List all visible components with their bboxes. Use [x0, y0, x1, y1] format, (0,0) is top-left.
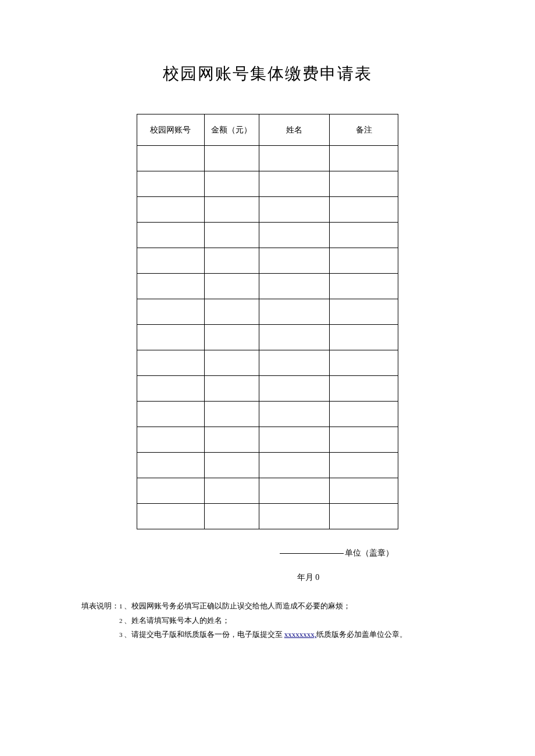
table-cell	[204, 248, 259, 274]
table-header-row: 校园网账号 金额（元） 姓名 备注	[137, 114, 398, 146]
table-cell	[330, 248, 398, 274]
table-cell	[204, 325, 259, 350]
table-row	[137, 197, 398, 223]
instruction-num-2: 2	[119, 614, 124, 628]
instructions: 填表说明： 1 、校园网账号务必填写正确以防止误交给他人而造成不必要的麻烦； 填…	[76, 599, 459, 642]
date-line: 年月 0	[137, 572, 398, 583]
table-cell	[259, 478, 330, 504]
table-cell	[330, 171, 398, 197]
table-cell	[259, 197, 330, 223]
table-cell	[259, 248, 330, 274]
table-row	[137, 350, 398, 376]
table-cell	[330, 325, 398, 350]
signature-label: 单位（盖章）	[345, 549, 394, 557]
table-cell	[204, 478, 259, 504]
table-row	[137, 504, 398, 529]
table-wrapper: 校园网账号 金额（元） 姓名 备注	[0, 114, 535, 529]
table-cell	[259, 299, 330, 325]
table-cell	[137, 402, 205, 427]
table-row	[137, 325, 398, 350]
table-cell	[259, 453, 330, 478]
table-cell	[330, 146, 398, 171]
table-cell	[330, 274, 398, 299]
table-row	[137, 427, 398, 453]
table-cell	[259, 325, 330, 350]
table-row	[137, 248, 398, 274]
table-cell	[330, 197, 398, 223]
signature-underline	[280, 553, 344, 554]
table-cell	[137, 350, 205, 376]
table-cell	[137, 248, 205, 274]
table-cell	[330, 376, 398, 402]
table-cell	[330, 478, 398, 504]
table-cell	[204, 171, 259, 197]
table-cell	[330, 350, 398, 376]
table-row	[137, 299, 398, 325]
table-cell	[137, 146, 205, 171]
header-name: 姓名	[259, 114, 330, 146]
table-cell	[137, 478, 205, 504]
instruction-row-1: 填表说明： 1 、校园网账号务必填写正确以防止误交给他人而造成不必要的麻烦；	[81, 599, 459, 614]
table-cell	[204, 274, 259, 299]
table-cell	[330, 223, 398, 248]
table-row	[137, 453, 398, 478]
table-cell	[137, 274, 205, 299]
signature-area: 单位（盖章） 年月 0	[137, 548, 398, 583]
table-cell	[204, 427, 259, 453]
table-row	[137, 376, 398, 402]
table-cell	[137, 376, 205, 402]
table-cell	[204, 223, 259, 248]
table-cell	[204, 350, 259, 376]
header-remark: 备注	[330, 114, 398, 146]
table-cell	[259, 402, 330, 427]
payment-table: 校园网账号 金额（元） 姓名 备注	[137, 114, 398, 529]
table-cell	[259, 376, 330, 402]
table-cell	[137, 504, 205, 529]
table-cell	[259, 171, 330, 197]
table-cell	[259, 504, 330, 529]
table-cell	[204, 299, 259, 325]
table-cell	[204, 402, 259, 427]
instruction-text-2: 、姓名请填写账号本人的姓名；	[124, 614, 230, 628]
table-cell	[259, 274, 330, 299]
table-cell	[259, 223, 330, 248]
table-cell	[204, 376, 259, 402]
table-cell	[204, 146, 259, 171]
table-cell	[330, 427, 398, 453]
table-row	[137, 223, 398, 248]
instruction-text-3-after: 纸质版务必加盖单位公章。	[316, 630, 407, 639]
table-cell	[204, 504, 259, 529]
table-cell	[204, 453, 259, 478]
table-cell	[330, 402, 398, 427]
table-cell	[137, 427, 205, 453]
table-cell	[330, 504, 398, 529]
table-cell	[259, 350, 330, 376]
instruction-prefix: 填表说明：	[81, 599, 119, 614]
table-row	[137, 402, 398, 427]
table-row	[137, 171, 398, 197]
table-cell	[204, 197, 259, 223]
instruction-text-1: 、校园网账号务必填写正确以防止误交给他人而造成不必要的麻烦；	[124, 599, 351, 614]
instruction-num-3: 3	[119, 628, 124, 642]
instruction-row-2: 填表说明： 2 、姓名请填写账号本人的姓名；	[81, 614, 459, 628]
instruction-row-3: 填表说明： 3 、请提交电子版和纸质版各一份，电子版提交至 xxxxxxxx,纸…	[81, 628, 459, 642]
table-row	[137, 478, 398, 504]
page-title: 校园网账号集体缴费申请表	[0, 0, 535, 85]
table-cell	[137, 197, 205, 223]
table-row	[137, 146, 398, 171]
table-cell	[330, 453, 398, 478]
table-cell	[137, 453, 205, 478]
table-cell	[330, 299, 398, 325]
table-cell	[259, 427, 330, 453]
table-cell	[137, 325, 205, 350]
table-cell	[137, 171, 205, 197]
table-cell	[137, 223, 205, 248]
table-body	[137, 146, 398, 529]
instruction-text-3: 、请提交电子版和纸质版各一份，电子版提交至 xxxxxxxx,纸质版务必加盖单位…	[124, 628, 408, 642]
instruction-link: xxxxxxxx,	[284, 630, 316, 639]
header-amount: 金额（元）	[204, 114, 259, 146]
instruction-num-1: 1	[119, 599, 124, 614]
header-account: 校园网账号	[137, 114, 205, 146]
signature-line: 单位（盖章）	[137, 548, 398, 558]
instruction-text-3-before: 、请提交电子版和纸质版各一份，电子版提交至	[124, 630, 284, 639]
